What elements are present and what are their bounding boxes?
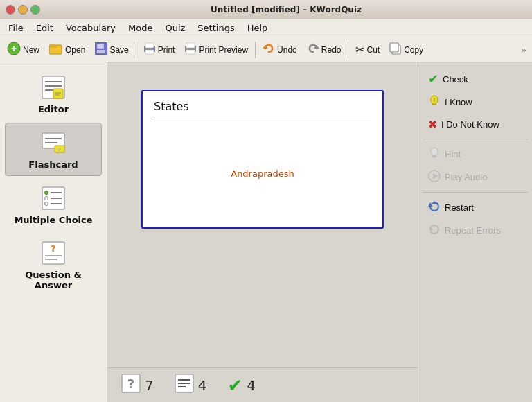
svg-text:?: ? xyxy=(51,243,56,254)
toolbar-overflow[interactable]: » xyxy=(517,43,529,57)
open-button[interactable]: Open xyxy=(45,40,89,60)
i-know-button[interactable]: I Know xyxy=(423,91,528,113)
restart-icon xyxy=(428,200,441,215)
svg-rect-11 xyxy=(186,43,195,48)
flashcard-area: States Andrapradesh xyxy=(141,90,384,229)
cut-icon: ✂ xyxy=(355,43,364,56)
repeat-errors-button[interactable]: Repeat Errors xyxy=(423,220,528,241)
sidebar-item-editor[interactable]: Editor xyxy=(5,68,102,120)
editor-icon xyxy=(39,73,67,101)
redo-button[interactable]: Redo xyxy=(303,40,346,60)
svg-text:✓: ✓ xyxy=(57,147,62,152)
center-content: States Andrapradesh ? 7 xyxy=(107,62,418,402)
sidebar-item-question-answer[interactable]: ? Question &Answer xyxy=(5,234,102,296)
svg-marker-55 xyxy=(430,227,433,231)
question-answer-label: Question &Answer xyxy=(25,270,82,290)
svg-point-49 xyxy=(431,148,438,156)
hint-icon xyxy=(428,147,441,161)
statusbar: ? 7 4 ✔ 4 xyxy=(107,367,418,402)
svg-rect-21 xyxy=(53,89,63,98)
flashcard-answer: Andrapradesh xyxy=(154,128,371,219)
check-icon: ✔ xyxy=(428,71,438,87)
svg-rect-50 xyxy=(432,156,436,157)
editor-label: Editor xyxy=(38,104,69,114)
check-button[interactable]: ✔ Check xyxy=(423,68,528,90)
new-icon: + xyxy=(7,42,21,58)
play-audio-icon xyxy=(428,170,441,184)
open-icon xyxy=(49,42,63,58)
known-icon xyxy=(175,374,194,396)
menu-file[interactable]: File xyxy=(3,21,29,35)
multiple-choice-icon xyxy=(39,184,67,212)
unknown-value: 7 xyxy=(145,377,154,394)
cut-button[interactable]: ✂ Cut xyxy=(351,41,384,58)
titlebar: Untitled [modified] – KWordQuiz xyxy=(0,0,532,19)
menu-edit[interactable]: Edit xyxy=(30,21,59,35)
menu-mode[interactable]: Mode xyxy=(123,21,158,35)
save-icon xyxy=(95,42,107,58)
new-button[interactable]: + New xyxy=(3,40,44,60)
menu-help[interactable]: Help xyxy=(242,21,274,35)
unknown-count-item: ? 7 xyxy=(121,374,154,396)
flashcard-icon: ✓ xyxy=(39,129,67,157)
menubar: File Edit Vocabulary Mode Quiz Settings … xyxy=(0,19,532,37)
i-know-icon xyxy=(428,95,441,110)
sidebar-item-flashcard[interactable]: ✓ Flashcard xyxy=(5,123,102,176)
copy-icon xyxy=(389,42,402,58)
menu-settings[interactable]: Settings xyxy=(192,21,240,35)
restart-button[interactable]: Restart xyxy=(423,197,528,218)
right-separator-1 xyxy=(423,139,528,139)
i-do-not-know-button[interactable]: ✖ I Do Not Know xyxy=(423,114,528,134)
i-do-not-know-icon: ✖ xyxy=(428,118,437,131)
menu-quiz[interactable]: Quiz xyxy=(159,21,190,35)
right-separator-2 xyxy=(423,192,528,193)
svg-point-9 xyxy=(152,47,154,49)
print-button[interactable]: Print xyxy=(139,40,179,60)
window-title: Untitled [modified] – KWordQuiz xyxy=(46,5,526,15)
svg-rect-16 xyxy=(390,43,398,52)
undo-icon xyxy=(263,42,275,58)
save-button[interactable]: Save xyxy=(91,40,132,60)
svg-rect-5 xyxy=(97,50,105,53)
toolbar: + New Open Save Print Print Preview Undo xyxy=(0,37,532,62)
svg-marker-52 xyxy=(433,173,438,179)
separator-3 xyxy=(348,42,348,58)
known-count-item: 4 xyxy=(175,374,207,396)
svg-rect-4 xyxy=(97,44,104,49)
redo-icon xyxy=(307,42,319,58)
separator-2 xyxy=(255,42,256,58)
minimize-button[interactable] xyxy=(18,5,28,15)
play-audio-button[interactable]: Play Audio xyxy=(423,166,528,188)
correct-count-item: ✔ 4 xyxy=(227,375,256,396)
separator-1 xyxy=(136,42,136,58)
sidebar-item-multiple-choice[interactable]: Multiple Choice xyxy=(5,179,102,231)
print-preview-icon xyxy=(184,42,197,58)
hint-button[interactable]: Hint xyxy=(423,143,528,165)
window-controls[interactable] xyxy=(6,5,40,15)
print-icon xyxy=(143,42,156,58)
print-preview-button[interactable]: Print Preview xyxy=(180,40,252,60)
repeat-errors-icon xyxy=(428,223,441,238)
svg-rect-12 xyxy=(186,50,195,54)
svg-point-32 xyxy=(45,197,48,200)
main-area: Editor ✓ Flashcard xyxy=(0,62,532,402)
svg-rect-7 xyxy=(145,43,154,48)
multiple-choice-label: Multiple Choice xyxy=(14,215,92,225)
svg-text:?: ? xyxy=(127,376,134,391)
flashcard-question: States xyxy=(154,100,371,119)
copy-button[interactable]: Copy xyxy=(385,40,427,60)
correct-value: 4 xyxy=(247,377,256,394)
close-button[interactable] xyxy=(6,5,15,15)
undo-button[interactable]: Undo xyxy=(258,40,301,60)
svg-point-30 xyxy=(45,191,48,195)
known-value: 4 xyxy=(198,377,207,394)
sidebar: Editor ✓ Flashcard xyxy=(0,62,107,402)
svg-rect-47 xyxy=(432,104,436,105)
maximize-button[interactable] xyxy=(30,5,40,15)
question-answer-icon: ? xyxy=(39,239,67,267)
svg-point-34 xyxy=(45,202,48,206)
right-panel: ✔ Check I Know ✖ I Do Not Know xyxy=(418,62,532,402)
menu-vocabulary[interactable]: Vocabulary xyxy=(60,21,121,35)
svg-marker-53 xyxy=(428,202,433,207)
flashcard-label: Flashcard xyxy=(28,159,78,170)
